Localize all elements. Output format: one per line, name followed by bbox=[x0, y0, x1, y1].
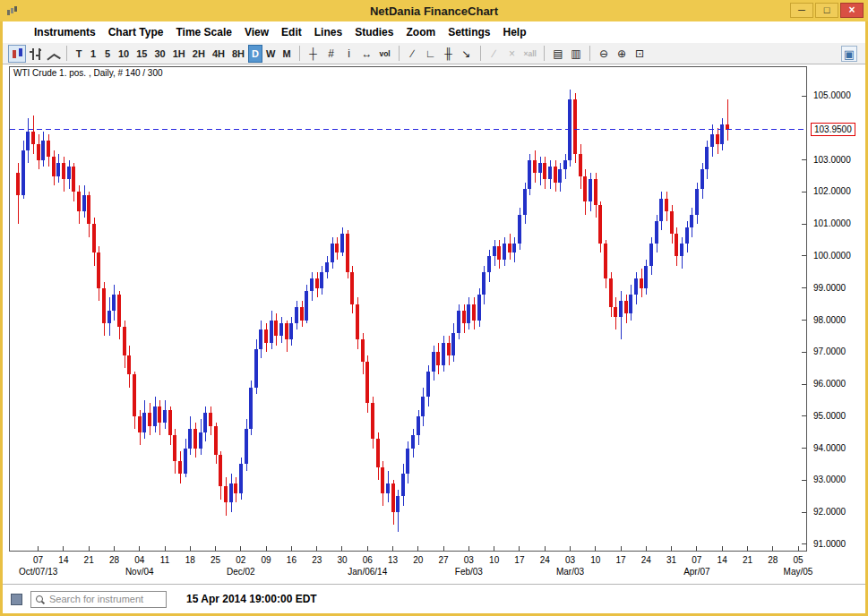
maximize-button[interactable]: □ bbox=[815, 3, 838, 18]
time-axis-label: 28 bbox=[101, 555, 126, 565]
timeframe-10-button[interactable]: 10 bbox=[115, 45, 133, 63]
menu-lines[interactable]: Lines bbox=[308, 23, 348, 41]
menu-view[interactable]: View bbox=[238, 23, 275, 41]
menu-zoom[interactable]: Zoom bbox=[400, 23, 442, 41]
timeframe-5-button[interactable]: 5 bbox=[100, 45, 115, 63]
crosshair-icon[interactable]: ┼ bbox=[305, 45, 322, 63]
time-axis-month-label: Apr/07 bbox=[668, 567, 726, 577]
time-axis-label: 20 bbox=[406, 555, 431, 565]
menu-edit[interactable]: Edit bbox=[275, 23, 308, 41]
time-axis-label: 21 bbox=[76, 555, 101, 565]
price-axis-label: 95.0000 bbox=[813, 412, 846, 421]
close-button[interactable]: × bbox=[840, 3, 864, 18]
time-axis-label: 25 bbox=[203, 555, 228, 565]
timeframe-4h-button[interactable]: 4H bbox=[209, 45, 228, 63]
horizontal-zoom-icon[interactable]: ↔ bbox=[358, 45, 376, 63]
time-axis-label: 06 bbox=[355, 555, 380, 565]
search-input[interactable] bbox=[47, 593, 166, 605]
toolbar-separator bbox=[66, 46, 67, 61]
price-axis-label: 96.0000 bbox=[813, 380, 846, 389]
time-axis-label: 21 bbox=[735, 555, 760, 565]
time-axis-label: 14 bbox=[709, 555, 735, 565]
edit-lines-icon[interactable]: ∕ bbox=[486, 45, 503, 63]
price-axis-label: 92.0000 bbox=[813, 508, 846, 517]
toolbar-separator bbox=[589, 46, 590, 61]
timeframe-30-button[interactable]: 30 bbox=[151, 45, 169, 63]
trend-line-icon[interactable]: ∕ bbox=[404, 45, 422, 63]
time-axis-label: 27 bbox=[431, 555, 456, 565]
delete-line-icon[interactable]: × bbox=[503, 45, 521, 63]
zoom-fit-icon[interactable]: ⊡ bbox=[631, 45, 649, 63]
toolbar-separator bbox=[480, 46, 481, 61]
channel-lines-icon[interactable]: ╫ bbox=[440, 45, 458, 63]
timeframe-1-button[interactable]: 1 bbox=[86, 45, 100, 63]
window-controls: ─□× bbox=[790, 3, 864, 18]
price-axis-label: 94.0000 bbox=[813, 444, 846, 453]
zoom-in-icon[interactable]: ⊕ bbox=[613, 45, 631, 63]
time-axis-label: 23 bbox=[305, 555, 330, 565]
timeframe-1h-button[interactable]: 1H bbox=[169, 45, 189, 63]
zoom-out-icon[interactable]: ⊖ bbox=[595, 45, 613, 63]
timeframe-w-button[interactable]: W bbox=[262, 45, 279, 63]
grid-icon[interactable]: # bbox=[322, 45, 340, 63]
arrow-annotation-icon[interactable]: ↘ bbox=[458, 45, 476, 63]
menu-instruments[interactable]: Instruments bbox=[28, 23, 102, 41]
time-axis-label: 11 bbox=[152, 555, 177, 565]
price-axis-label: 93.0000 bbox=[813, 475, 846, 484]
candlestick-chart-icon[interactable] bbox=[8, 45, 26, 63]
time-axis-label: 04 bbox=[127, 555, 152, 565]
menu-time-scale[interactable]: Time Scale bbox=[169, 23, 237, 41]
toolbar: ▣ T151015301H2H4H8HDWM┼#i↔vol∕∟╫↘∕××all▤… bbox=[3, 43, 865, 64]
time-axis-label: 05 bbox=[786, 555, 811, 565]
time-axis-month-label: Mar/03 bbox=[541, 567, 598, 577]
time-axis-label: 10 bbox=[482, 555, 507, 565]
time-axis-label: 17 bbox=[608, 555, 633, 565]
print-preview-icon[interactable]: ▥ bbox=[567, 45, 585, 63]
delete-all-lines-icon[interactable]: ×all bbox=[521, 45, 539, 63]
line-chart-icon[interactable] bbox=[44, 45, 62, 63]
time-axis-label: 07 bbox=[26, 555, 51, 565]
minimize-button[interactable]: ─ bbox=[790, 3, 813, 18]
app-window: NetDania FinanceChart ─□× InstrumentsCha… bbox=[0, 0, 868, 616]
price-axis[interactable]: 103.9500 105.0000103.0000102.0000101.000… bbox=[810, 66, 865, 555]
menu-help[interactable]: Help bbox=[496, 23, 532, 41]
time-axis[interactable]: 0714212804111825020916233006132027031017… bbox=[10, 554, 816, 566]
timeframe-15-button[interactable]: 15 bbox=[133, 45, 150, 63]
window-title: NetDania FinanceChart bbox=[0, 4, 868, 18]
volume-icon[interactable]: vol bbox=[376, 45, 394, 63]
title-bar: NetDania FinanceChart ─□× bbox=[0, 0, 868, 21]
timeframe-2h-button[interactable]: 2H bbox=[189, 45, 209, 63]
search-box[interactable] bbox=[30, 591, 167, 608]
time-axis-label: 31 bbox=[659, 555, 684, 565]
time-axis-label: 30 bbox=[330, 555, 355, 565]
toolbar-separator bbox=[299, 46, 300, 61]
time-axis-month-label: Dec/02 bbox=[212, 567, 270, 577]
last-price-marker: 103.9500 bbox=[811, 123, 855, 136]
time-axis-label: 24 bbox=[633, 555, 658, 565]
menu-studies[interactable]: Studies bbox=[348, 23, 400, 41]
time-axis-label: 18 bbox=[177, 555, 202, 565]
status-bar: 15 Apr 2014 19:00:00 EDT bbox=[3, 584, 865, 613]
timeframe-t-button[interactable]: T bbox=[72, 45, 86, 63]
price-axis-label: 98.0000 bbox=[813, 316, 846, 325]
timeframe-m-button[interactable]: M bbox=[279, 45, 294, 63]
time-axis-month-label: May/05 bbox=[769, 567, 827, 577]
price-axis-label: 97.0000 bbox=[813, 347, 846, 356]
angle-line-icon[interactable]: ∟ bbox=[422, 45, 440, 63]
time-axis-label: 24 bbox=[532, 555, 557, 565]
toolbar-separator bbox=[544, 46, 545, 61]
time-axis-month-label: Oct/07/13 bbox=[10, 567, 67, 577]
timeframe-d-button[interactable]: D bbox=[248, 45, 262, 63]
bar-chart-icon[interactable] bbox=[26, 45, 44, 63]
price-axis-label: 91.0000 bbox=[813, 540, 846, 549]
time-axis-month-label: Feb/03 bbox=[440, 567, 497, 577]
timeframe-8h-button[interactable]: 8H bbox=[228, 45, 248, 63]
time-axis-label: 03 bbox=[557, 555, 582, 565]
info-icon[interactable]: i bbox=[340, 45, 358, 63]
chart-tabs-icon[interactable]: ▣ bbox=[841, 46, 857, 62]
print-icon[interactable]: ▤ bbox=[549, 45, 567, 63]
menu-chart-type[interactable]: Chart Type bbox=[102, 23, 170, 41]
candlestick-chart[interactable] bbox=[10, 67, 806, 551]
chart-plot-area[interactable]: WTI Crude 1. pos. , Daily, # 140 / 300 bbox=[9, 66, 807, 552]
menu-settings[interactable]: Settings bbox=[442, 23, 496, 41]
